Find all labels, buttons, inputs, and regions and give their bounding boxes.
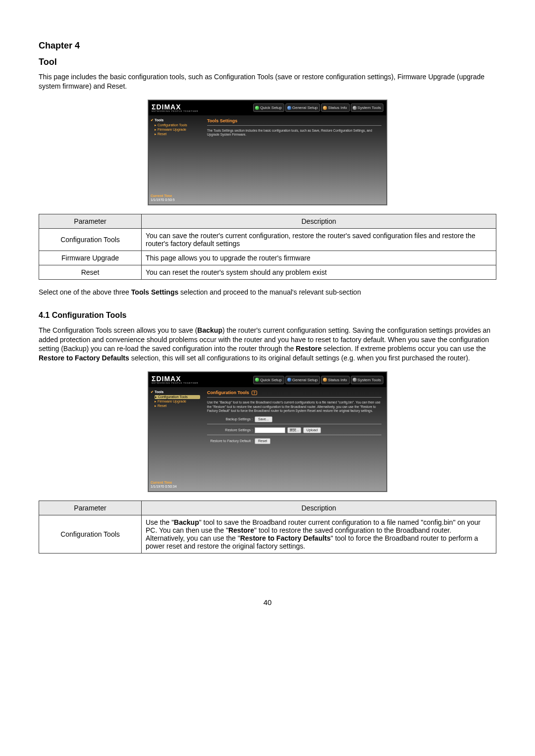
content-desc: The Tools Settings section includes the … <box>207 129 381 137</box>
content-title: Tools Settings <box>207 118 381 123</box>
sidebar-root-tools[interactable]: Tools <box>151 390 200 394</box>
params-table-2: Parameter Description Configuration Tool… <box>39 501 496 554</box>
page-number: 40 <box>39 598 496 606</box>
globe-icon <box>255 378 259 382</box>
sidebar-item-firmware[interactable]: Firmware Upgrade <box>155 400 200 403</box>
screenshot-tools-settings: ΣDIMAX NETWORKING PEOPLE TOGETHER Quick … <box>148 100 387 205</box>
nav-quick-setup[interactable]: Quick Setup <box>253 103 284 112</box>
sidebar: Tools Configuration Tools Firmware Upgra… <box>149 115 202 204</box>
content-panel: Configuration Tools ? Use the "Backup" t… <box>202 387 386 491</box>
content-title: Configuration Tools ? <box>207 390 381 395</box>
globe-icon <box>323 106 327 110</box>
sidebar-item-config-tools[interactable]: Configuration Tools <box>155 395 200 399</box>
subsection-heading: 4.1 Configuration Tools <box>39 311 496 320</box>
table-row: Firmware Upgrade This page allows you to… <box>39 251 496 265</box>
save-button[interactable]: Save... <box>255 416 272 422</box>
row-factory: Restore to Factory Default : Reset <box>207 438 381 444</box>
file-input[interactable] <box>255 427 285 433</box>
content-desc: Use the "Backup" tool to save the Broadb… <box>207 401 381 413</box>
col-parameter: Parameter <box>39 501 142 515</box>
nav-general-setup[interactable]: General Setup <box>285 376 321 384</box>
globe-icon <box>255 106 259 110</box>
current-time-value: 1/1/1970 0:50:5 <box>151 198 200 202</box>
row-restore: Restore Settings : 瀏覽... Upload <box>207 427 381 433</box>
top-nav: Quick Setup General Setup Status Info Sy… <box>253 103 383 112</box>
col-parameter: Parameter <box>39 214 142 228</box>
table-row: Configuration Tools Use the "Backup" too… <box>39 515 496 554</box>
help-icon[interactable]: ? <box>252 391 257 395</box>
screenshot-config-tools: ΣDIMAX NETWORKING PEOPLE TOGETHER Quick … <box>148 372 387 492</box>
nav-status-info[interactable]: Status Info <box>321 376 349 384</box>
globe-icon <box>353 378 357 382</box>
subsection-body: The Configuration Tools screen allows yo… <box>39 326 496 363</box>
browse-button[interactable]: 瀏覽... <box>287 427 301 433</box>
globe-icon <box>287 106 291 110</box>
col-description: Description <box>142 501 496 515</box>
globe-icon <box>323 378 327 382</box>
table-row: Reset You can reset the router's system … <box>39 265 496 279</box>
current-time-label: Current Time <box>151 481 200 484</box>
section-title: Tool <box>39 57 496 67</box>
current-time-label: Current Time <box>151 194 200 198</box>
sidebar-item-firmware[interactable]: Firmware Upgrade <box>155 128 200 132</box>
params-table-1: Parameter Description Configuration Tool… <box>39 214 496 280</box>
globe-icon <box>287 378 291 382</box>
reset-button[interactable]: Reset <box>255 438 270 444</box>
sidebar: Tools Configuration Tools Firmware Upgra… <box>149 387 202 491</box>
row-backup: Backup Settings : Save... <box>207 416 381 422</box>
globe-icon <box>353 106 357 110</box>
brand-logo: ΣDIMAX NETWORKING PEOPLE TOGETHER <box>152 103 198 112</box>
upload-button[interactable]: Upload <box>303 427 321 433</box>
col-description: Description <box>142 214 496 228</box>
nav-status-info[interactable]: Status Info <box>321 103 349 112</box>
intro-text: This page includes the basic configurati… <box>39 72 496 91</box>
brand-logo: ΣDIMAX NETWORKING PEOPLE TOGETHER <box>152 375 198 384</box>
sidebar-item-config-tools[interactable]: Configuration Tools <box>155 123 200 127</box>
top-nav: Quick Setup General Setup Status Info Sy… <box>253 376 383 384</box>
nav-general-setup[interactable]: General Setup <box>285 103 321 112</box>
nav-system-tools[interactable]: System Tools <box>351 103 383 112</box>
current-time-value: 1/1/1970 0:50:34 <box>151 485 200 488</box>
content-panel: Tools Settings The Tools Settings sectio… <box>202 115 386 204</box>
sidebar-item-reset[interactable]: Reset <box>155 132 200 136</box>
sidebar-item-reset[interactable]: Reset <box>155 404 200 408</box>
chapter-heading: Chapter 4 <box>39 41 496 51</box>
mid-note: Select one of the above three Tools Sett… <box>39 288 496 297</box>
sidebar-root-tools[interactable]: Tools <box>151 118 200 122</box>
nav-quick-setup[interactable]: Quick Setup <box>253 376 284 384</box>
table-row: Configuration Tools You can save the rou… <box>39 228 496 251</box>
nav-system-tools[interactable]: System Tools <box>351 376 383 384</box>
